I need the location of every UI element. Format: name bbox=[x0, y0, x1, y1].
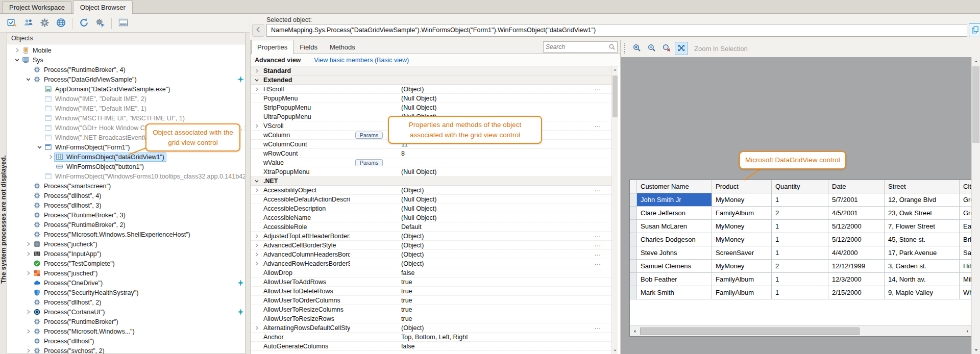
params-button[interactable]: Params bbox=[355, 159, 383, 166]
tree-item-mobile[interactable]: Mobile bbox=[7, 45, 245, 55]
tree-item-process-testcomplete[interactable]: Process("TestComplete") bbox=[7, 259, 245, 268]
collapsed-expander-icon[interactable] bbox=[253, 122, 260, 129]
prop-category-net[interactable]: .NET bbox=[251, 176, 611, 186]
search-input[interactable] bbox=[546, 42, 606, 52]
scrollbar-thumb[interactable] bbox=[612, 75, 618, 117]
prop-row-allowusertoresizerows[interactable]: AllowUserToResizeRowstrue bbox=[251, 314, 611, 323]
expanded-expander-icon[interactable] bbox=[36, 144, 43, 151]
tree-item-winformsobject-datagridview1[interactable]: WinFormsObject("dataGridView1") bbox=[7, 152, 245, 162]
params-button[interactable]: Params bbox=[355, 132, 383, 139]
preview-vertical-scrollbar[interactable] bbox=[971, 57, 980, 354]
collapsed-expander-icon[interactable] bbox=[24, 250, 32, 258]
collapsed-expander-icon[interactable] bbox=[24, 328, 32, 335]
tree-item-process-runtimebroker-2[interactable]: Process("RuntimeBroker", 2) bbox=[7, 220, 245, 230]
prop-row-allowdrop[interactable]: AllowDropfalse bbox=[251, 268, 611, 277]
expanded-expander-icon[interactable] bbox=[253, 77, 260, 83]
tree-item-process-jucheck[interactable]: Process("jucheck") bbox=[7, 239, 245, 249]
inspector-tab-properties[interactable]: Properties bbox=[251, 40, 293, 54]
process-filter-button[interactable] bbox=[92, 16, 108, 31]
collapsed-expander-icon[interactable] bbox=[24, 347, 32, 354]
tree-item-process-cortanaui[interactable]: Process("CortanaUI") bbox=[7, 307, 245, 317]
tree-item-process-jusched[interactable]: Process("jusched") bbox=[7, 268, 245, 278]
tree-item-process-dllhost[interactable]: Process("dllhost") bbox=[7, 336, 245, 346]
tree-item-window-ime-default-ime-1[interactable]: Window("IME", "Default IME", 1) bbox=[7, 104, 245, 113]
prop-row-accessiblename[interactable]: AccessibleName(Null Object) bbox=[251, 213, 611, 222]
tree-item-winformsobject-windowsforms10-tooltips-class32-a[interactable]: WinFormsObject("WindowsForms10.tooltips_… bbox=[7, 171, 245, 181]
tree-item-process-runtimebroker[interactable]: Process("RuntimeBroker") bbox=[7, 317, 245, 326]
ellipsis-button[interactable]: … bbox=[592, 241, 603, 250]
zoom-in-button[interactable] bbox=[630, 42, 644, 55]
collapsed-expander-icon[interactable] bbox=[47, 154, 54, 161]
scroll-down-icon[interactable] bbox=[612, 347, 618, 354]
expanded-expander-icon[interactable] bbox=[253, 178, 260, 184]
prop-row-accessiblerole[interactable]: AccessibleRoleDefault bbox=[251, 222, 611, 232]
prop-row-advancedcolumnheadersborderstyle[interactable]: AdvancedColumnHeadersBorderStyle(Object)… bbox=[251, 250, 611, 259]
collapsed-expander-icon[interactable] bbox=[253, 242, 260, 248]
scroll-up-icon[interactable] bbox=[612, 66, 618, 73]
ellipsis-button[interactable]: … bbox=[592, 186, 603, 195]
tree-item-winformsobject-button1[interactable]: WinFormsObject("button1") bbox=[7, 162, 245, 171]
prop-row-wrowcount[interactable]: wRowCount8 bbox=[251, 149, 611, 158]
preview-canvas[interactable]: Customer NameProductQuantityDateStreetCi… bbox=[621, 57, 971, 354]
tree-item-process-svchost-2[interactable]: Process("svchost", 2) bbox=[7, 346, 245, 353]
tree-item-process-dllhost-2[interactable]: Process("dllhost", 2) bbox=[7, 297, 245, 307]
checkpoint-wizard-button[interactable] bbox=[4, 16, 19, 31]
basic-view-link[interactable]: View basic members (Basic view) bbox=[314, 57, 409, 64]
prop-row-advancedrowheadersborderstyle[interactable]: AdvancedRowHeadersBorderStyle(Object)… bbox=[251, 259, 611, 268]
expanded-expander-icon[interactable] bbox=[13, 57, 20, 64]
web-object-button[interactable] bbox=[53, 16, 68, 31]
panel-layout-button[interactable] bbox=[115, 16, 131, 31]
ellipsis-button[interactable]: … bbox=[592, 259, 603, 268]
prop-row-autogeneratecolumns[interactable]: AutoGenerateColumnsfalse bbox=[251, 342, 611, 351]
tree-item-window-msctfime-ui-msctfime-ui-1[interactable]: Window("MSCTFIME UI", "MSCTFIME UI", 1) bbox=[7, 113, 245, 123]
collapsed-expander-icon[interactable] bbox=[253, 187, 260, 193]
prop-row-allowusertodeleterows[interactable]: AllowUserToDeleteRowstrue bbox=[251, 287, 611, 296]
ellipsis-button[interactable]: … bbox=[592, 121, 603, 131]
tree-item-process-datagridviewsample[interactable]: Process("DataGridViewSample") bbox=[7, 74, 245, 84]
refresh-button[interactable] bbox=[76, 16, 91, 31]
prop-row-allowusertoresizecolumns[interactable]: AllowUserToResizeColumnstrue bbox=[251, 305, 611, 314]
prop-row-strippopupmenu[interactable]: StripPopupMenu(Null Object) bbox=[251, 103, 611, 112]
ellipsis-button[interactable]: … bbox=[592, 323, 603, 333]
tree-item-process-dllhost-3[interactable]: Process("dllhost", 3) bbox=[7, 200, 245, 210]
prop-category-extended[interactable]: Extended bbox=[251, 75, 611, 85]
property-grid-scrollbar[interactable] bbox=[611, 66, 618, 354]
prop-row-accessibledefaultactiondescription[interactable]: AccessibleDefaultActionDescription(Null … bbox=[251, 195, 611, 204]
zoom-original-button[interactable] bbox=[660, 42, 673, 55]
prop-row-adjustedtopleftheaderborderstyle[interactable]: AdjustedTopLeftHeaderBorderStyle(Object)… bbox=[251, 232, 611, 241]
tree-item-process-inputapp[interactable]: Process("InputApp") bbox=[7, 249, 245, 259]
tree-item-process-onedrive[interactable]: Process("OneDrive") bbox=[7, 278, 245, 288]
scroll-up-icon[interactable] bbox=[972, 57, 980, 65]
ellipsis-button[interactable]: … bbox=[592, 232, 603, 241]
app-tab-object-browser[interactable]: Object Browser bbox=[73, 1, 133, 14]
tree-item-window-ime-default-ime-2[interactable]: Window("IME", "Default IME", 2) bbox=[7, 94, 245, 104]
prop-row-alternatingrowsdefaultcellstyle[interactable]: AlternatingRowsDefaultCellStyle(Object)… bbox=[251, 323, 611, 333]
collapsed-expander-icon[interactable] bbox=[24, 241, 32, 248]
ellipsis-button[interactable]: … bbox=[592, 250, 603, 259]
tree-item-process-dllhost-4[interactable]: Process("dllhost", 4) bbox=[7, 191, 245, 200]
back-button[interactable] bbox=[252, 24, 264, 37]
tree-item-process-microsoft-windows-shellexperiencehost[interactable]: Process("Microsoft.Windows.ShellExperien… bbox=[7, 230, 245, 239]
app-tab-project-workspace[interactable]: Project Workspace bbox=[2, 2, 72, 13]
tree-item-sys[interactable]: Sys bbox=[7, 55, 245, 65]
tree-item-process-securityhealthsystray[interactable]: Process("SecurityHealthSystray") bbox=[7, 288, 245, 297]
prop-category-standard[interactable]: Standard bbox=[251, 66, 611, 75]
prop-row-popupmenu[interactable]: PopupMenu(Null Object) bbox=[251, 94, 611, 103]
settings-gear-button[interactable] bbox=[37, 16, 52, 31]
expanded-expander-icon[interactable] bbox=[24, 76, 32, 83]
prop-row-anchor[interactable]: AnchorTop, Bottom, Left, Right bbox=[251, 333, 611, 342]
prop-row-hscroll[interactable]: HScroll(Object)… bbox=[251, 85, 611, 94]
tree-item-process-microsoft-windows[interactable]: Process("Microsoft.Windows...") bbox=[7, 326, 245, 336]
collapsed-expander-icon[interactable] bbox=[253, 251, 260, 258]
collapsed-expander-icon[interactable] bbox=[253, 86, 260, 92]
datagridview-screenshot[interactable]: Customer NameProductQuantityDateStreetCi… bbox=[629, 180, 972, 337]
tree-item-process-runtimebroker-4[interactable]: Process("RuntimeBroker", 4) bbox=[7, 65, 245, 74]
inspector-tab-methods[interactable]: Methods bbox=[324, 40, 361, 54]
ellipsis-button[interactable]: … bbox=[592, 85, 603, 94]
prop-row-advancedcellborderstyle[interactable]: AdvancedCellBorderStyle(Object)… bbox=[251, 241, 611, 250]
prop-row-allowusertoordercolumns[interactable]: AllowUserToOrderColumnstrue bbox=[251, 296, 611, 305]
zoom-in-selection-button[interactable] bbox=[675, 42, 688, 55]
collapsed-expander-icon[interactable] bbox=[253, 233, 260, 239]
object-group-button[interactable] bbox=[20, 16, 36, 31]
collapsed-expander-icon[interactable] bbox=[253, 260, 260, 267]
